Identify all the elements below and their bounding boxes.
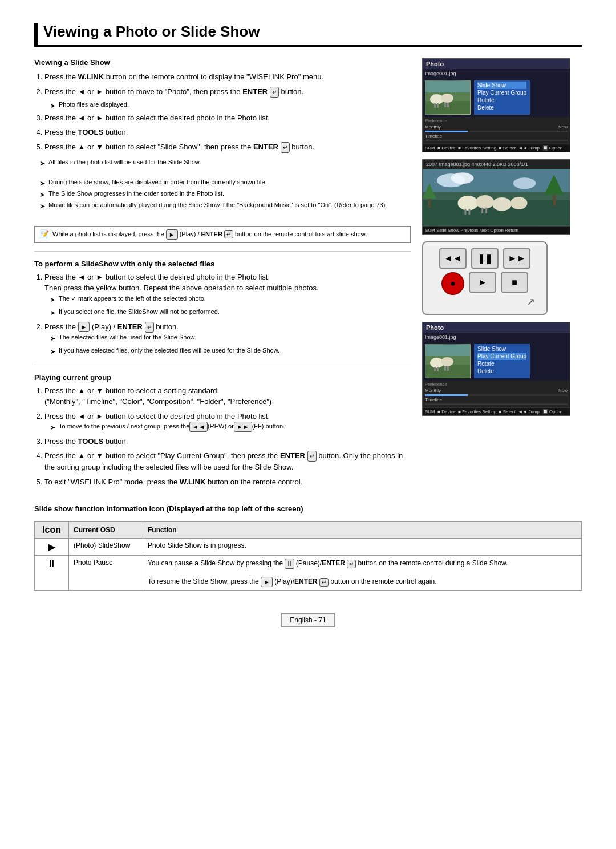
- svg-point-3: [441, 94, 453, 103]
- section3-title: Playing current group: [34, 373, 411, 382]
- note-selected-used: The selected files will be used for the …: [50, 333, 411, 343]
- section3-steps: Press the ▲ or ▼ button to select a sort…: [34, 385, 411, 488]
- note-checkmark: The ✓ mark appears to the left of the se…: [50, 294, 411, 305]
- svg-point-16: [476, 195, 494, 209]
- step5-item: Press the ▲ or ▼ button to select "Slide…: [44, 142, 411, 153]
- svg-rect-4: [434, 103, 436, 108]
- menu-item-rotate: Rotate: [477, 96, 526, 104]
- step4-item: Press the TOOLS button.: [44, 127, 411, 138]
- remote-play-btn[interactable]: ►: [469, 272, 496, 293]
- section3-step2: Press the ◄ or ► button to select the de…: [44, 411, 411, 432]
- svg-point-30: [441, 357, 453, 366]
- svg-rect-20: [468, 209, 470, 215]
- section4-title: Slide show function information icon (Di…: [34, 504, 582, 513]
- function-table: Icon Current OSD Function ▶ (Photo) Slid…: [34, 521, 582, 591]
- photo-thumbnail-1: [425, 80, 471, 115]
- svg-rect-35: [425, 345, 470, 356]
- cursor-indicator: ↗: [429, 296, 541, 308]
- note-music: Music files can be automatically played …: [40, 201, 411, 210]
- svg-rect-7: [447, 103, 449, 107]
- section2-step1: Press the ◄ or ► button to select the de…: [44, 272, 411, 318]
- svg-rect-32: [437, 367, 439, 371]
- reminder-icon: 📝: [39, 229, 49, 240]
- table-row2-icon: II: [35, 556, 69, 591]
- photo-panel-2-info-text: 2007 Image001.jpg 440x448 2.0KB 2008/1/1: [426, 161, 528, 167]
- menu-item-slideshow: Slide Show: [477, 82, 526, 89]
- photo-panel-2-info: 2007 Image001.jpg 440x448 2.0KB 2008/1/1: [423, 160, 570, 169]
- table-row2-func-part1: You can pause a Slide Show by pressing t…: [148, 559, 508, 567]
- photo-panel-1-header: Photo: [423, 59, 570, 69]
- right-column: Photo Image001.jpg: [422, 58, 582, 493]
- svg-rect-8: [425, 81, 470, 92]
- section1-steps: Press the W.LINK button on the remote co…: [34, 71, 411, 153]
- table-row2-function: You can pause a Slide Show by pressing t…: [143, 556, 582, 591]
- note-order: During the slide show, files are display…: [40, 179, 411, 187]
- section4-container: Slide show function information icon (Di…: [34, 504, 582, 591]
- table-row2-osd: Photo Pause: [69, 556, 143, 591]
- remote-record-btn[interactable]: ●: [441, 272, 464, 295]
- remote-ffwd-btn[interactable]: ►►: [503, 248, 530, 269]
- photo-panel-1-filename: Image001.jpg: [423, 69, 570, 78]
- remote-pause-btn[interactable]: ❚❚: [471, 248, 499, 269]
- section2-steps: Press the ◄ or ► button to select the de…: [34, 272, 411, 357]
- photo-panel-1: Photo Image001.jpg: [422, 58, 570, 152]
- photo-prefs-3: Preference MonthlyNow Timeline: [423, 381, 570, 407]
- col-header-function: Function: [143, 522, 582, 539]
- step3-item: Press the ◄ or ► button to select the de…: [44, 112, 411, 124]
- remote-bottom-row: ● ► ■: [429, 272, 541, 295]
- svg-rect-21: [481, 208, 483, 213]
- photo-panel-3-body: Slide Show Play Current Group Rotate Del…: [423, 342, 570, 381]
- photo-bottombar-1: SUM ■ Device ■ Favorites Setting ■ Selec…: [423, 144, 570, 152]
- section3-step3: Press the TOOLS button.: [44, 436, 411, 447]
- menu-item-delete: Delete: [477, 104, 526, 111]
- svg-point-13: [451, 172, 474, 184]
- section3-step1: Press the ▲ or ▼ button to select a sort…: [44, 385, 411, 407]
- note-onefile: If you select one file, the SlideShow wi…: [50, 307, 411, 318]
- table-row-2: II Photo Pause You can pause a Slide Sho…: [35, 556, 582, 591]
- remote-top-row: ◄◄ ❚❚ ►►: [429, 248, 541, 269]
- section3-step5: To exit "WISELINK Pro" mode, press the W…: [44, 476, 411, 488]
- photo-thumbnail-3: [425, 344, 471, 378]
- remote-control: ◄◄ ❚❚ ►► ● ► ■ ↗: [422, 241, 548, 315]
- note-selected-only: If you have selected files, only the sel…: [50, 346, 411, 357]
- col-header-icon: Icon: [35, 522, 69, 539]
- note-rew-ff: To move to the previous / next group, pr…: [50, 422, 411, 432]
- svg-point-18: [510, 197, 528, 209]
- svg-rect-19: [464, 209, 466, 215]
- svg-rect-6: [444, 103, 446, 107]
- reminder-text: While a photo list is displayed, press t…: [52, 229, 367, 240]
- menu-item-play-current: Play Current Group: [477, 89, 526, 96]
- table-header-row: Icon Current OSD Function: [35, 522, 582, 539]
- note-progress: The Slide Show progresses in the order s…: [40, 190, 411, 199]
- photo-panel-3: Photo Image001.jpg: [422, 322, 570, 416]
- svg-rect-33: [444, 366, 446, 371]
- menu3-item-rotate: Rotate: [477, 360, 526, 367]
- table-row1-icon: ▶: [35, 539, 69, 556]
- photo-panel-3-menu: Slide Show Play Current Group Rotate Del…: [474, 344, 530, 378]
- footer-badge: English - 71: [281, 613, 334, 627]
- section2-title: To perform a SlideShow with only the sel…: [34, 260, 411, 268]
- photo-panel-2-image: [423, 169, 570, 226]
- photo-panel-2: 2007 Image001.jpg 440x448 2.0KB 2008/1/1: [422, 159, 570, 235]
- photo-panel-1-menu: Slide Show Play Current Group Rotate Del…: [474, 80, 530, 115]
- photo-panel-1-body: Slide Show Play Current Group Rotate Del…: [423, 78, 570, 117]
- photo-prefs-1: Preference MonthlyNow Timeline: [423, 117, 570, 144]
- section3-step4: Press the ▲ or ▼ button to select "Play …: [44, 450, 411, 473]
- remote-stop-btn[interactable]: ■: [501, 272, 528, 293]
- svg-rect-31: [434, 367, 436, 371]
- page-title: Viewing a Photo or Slide Show: [34, 23, 582, 47]
- footer-wrapper: English - 71: [34, 602, 582, 627]
- table-row-1: ▶ (Photo) SlideShow Photo Slide Show is …: [35, 539, 582, 556]
- col-header-osd: Current OSD: [69, 522, 143, 539]
- reminder-box: 📝 While a photo list is displayed, press…: [34, 226, 411, 243]
- photo-panel-3-filename: Image001.jpg: [423, 333, 570, 342]
- table-row2-func-part2: To resume the Slide Show, press the ► (P…: [148, 577, 437, 585]
- menu3-item-slideshow: Slide Show: [477, 345, 526, 353]
- menu3-item-play-current: Play Current Group: [477, 353, 526, 360]
- remote-rewind-btn[interactable]: ◄◄: [439, 248, 467, 269]
- table-row1-function: Photo Slide Show is in progress.: [143, 539, 582, 556]
- left-column: Viewing a Slide Show Press the W.LINK bu…: [34, 58, 411, 493]
- step2-item: Press the ◄ or ► button to move to "Phot…: [44, 86, 411, 98]
- photo-panel-3-header: Photo: [423, 322, 570, 333]
- section2-step2: Press the ► (Play) / ENTER ↵ button. The…: [44, 321, 411, 357]
